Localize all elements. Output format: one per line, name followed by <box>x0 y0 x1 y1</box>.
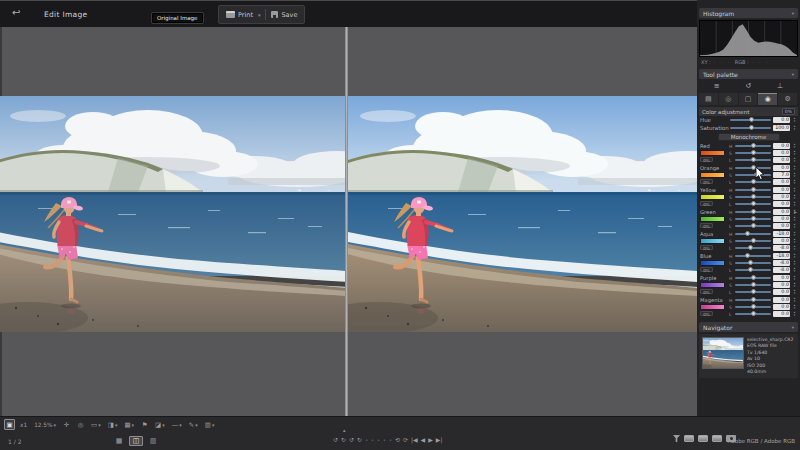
hue-slider[interactable] <box>730 119 771 121</box>
prev-image-button[interactable]: ◀ <box>421 436 426 443</box>
slider-thumb[interactable] <box>751 275 756 280</box>
tab-color[interactable]: ◉ <box>758 93 778 105</box>
actual-size-button[interactable]: x1 <box>18 419 29 430</box>
magenta-h-value-field[interactable]: 0.0 <box>773 297 790 303</box>
channel-swatch-yellow[interactable] <box>700 194 725 200</box>
saturation-value-field[interactable]: 100.0 <box>773 125 790 131</box>
slider-thumb[interactable] <box>751 216 756 221</box>
purple-l-value-field[interactable]: 0.0 <box>773 289 790 295</box>
orange-l-value-field[interactable]: 0.0 <box>773 179 790 185</box>
recipe-3-icon[interactable] <box>712 435 722 442</box>
histogram-collapse-icon[interactable]: ▾ <box>792 11 794 16</box>
crop-tool-icon[interactable]: ▭▾ <box>89 419 103 430</box>
sync-left-icon[interactable]: ⟲ <box>395 436 400 443</box>
first-image-button[interactable]: |◀ <box>411 436 418 443</box>
saturation-slider[interactable] <box>730 127 771 129</box>
slider-thumb[interactable] <box>751 209 756 214</box>
green-l-slider[interactable] <box>735 225 771 227</box>
navigator-collapse-icon[interactable]: ▾ <box>792 325 794 330</box>
zoom-level-dropdown[interactable]: 12.5%▾ <box>32 419 58 430</box>
channel-amount[interactable]: 0% <box>700 179 713 184</box>
channel-amount[interactable]: 0% <box>700 201 713 206</box>
slider-thumb[interactable] <box>745 253 750 258</box>
aqua-h-value-field[interactable]: -18.0 <box>773 231 790 237</box>
hue-stepper[interactable]: ▴▾ <box>792 117 797 123</box>
redo-icon[interactable]: ↻ <box>357 436 362 443</box>
navigator-header[interactable]: Navigator ▾ <box>699 322 798 332</box>
rating-dot-2[interactable]: • <box>371 437 374 443</box>
value-stepper[interactable]: ▴▾ <box>792 311 797 317</box>
green-l-value-field[interactable]: 0.0 <box>773 223 790 229</box>
tab-crop[interactable]: ▢ <box>739 93 759 105</box>
hue-value-field[interactable]: 0.0 <box>773 117 790 123</box>
slider-thumb[interactable] <box>751 194 756 199</box>
slider-thumb[interactable] <box>751 223 756 228</box>
yellow-l-value-field[interactable]: 0.0 <box>773 201 790 207</box>
orange-h-value-field[interactable]: 0.0 <box>773 165 790 171</box>
hue-slider-thumb[interactable] <box>749 117 754 122</box>
purple-s-slider[interactable] <box>735 284 771 286</box>
rotate-ccw-icon[interactable]: ↺ <box>333 436 338 443</box>
aqua-h-slider[interactable] <box>735 233 771 235</box>
slider-thumb[interactable] <box>751 157 756 162</box>
recipe-2-icon[interactable] <box>698 435 708 442</box>
loupe-tool-icon[interactable]: ◎ <box>75 419 86 430</box>
process-filter-icon[interactable] <box>673 435 680 442</box>
color-adjustment-header[interactable]: Color adjustment 0% <box>699 107 798 116</box>
tool-palette-collapse-icon[interactable]: ▾ <box>792 72 794 77</box>
print-dropdown-caret-icon[interactable]: ▾ <box>258 12 261 18</box>
saturation-slider-thumb[interactable] <box>749 125 754 130</box>
brush-tool-icon[interactable]: ✎▾ <box>187 419 200 430</box>
blue-h-value-field[interactable]: -18.0 <box>773 253 790 259</box>
slider-thumb[interactable] <box>751 304 756 309</box>
channel-swatch-green[interactable] <box>700 216 725 222</box>
green-s-slider[interactable] <box>735 218 771 220</box>
slider-thumb[interactable] <box>751 201 756 206</box>
save-button[interactable]: Save <box>271 11 297 19</box>
split-view-icon[interactable]: ▥▾ <box>203 419 217 430</box>
rotate-cw-icon[interactable]: ↻ <box>341 436 346 443</box>
slider-thumb[interactable] <box>751 143 756 148</box>
magenta-s-value-field[interactable]: 0.0 <box>773 304 790 310</box>
value-stepper[interactable]: ▴▾ <box>792 179 797 185</box>
magenta-l-value-field[interactable]: 0.0 <box>773 311 790 317</box>
purple-h-value-field[interactable]: 0.0 <box>773 275 790 281</box>
line-tool-icon[interactable]: ―▾ <box>170 419 184 430</box>
flag-tool-icon[interactable]: ⚑ <box>139 419 150 430</box>
purple-h-slider[interactable] <box>735 277 771 279</box>
monochrome-button[interactable]: Monochrome <box>718 133 780 141</box>
value-stepper[interactable]: ▴▾ <box>792 267 797 273</box>
rating-dot-3[interactable]: • <box>377 437 380 443</box>
purple-s-value-field[interactable]: 0.0 <box>773 282 790 288</box>
blue-s-slider[interactable] <box>735 262 771 264</box>
yellow-h-slider[interactable] <box>735 189 771 191</box>
orange-s-value-field[interactable]: 7.0 <box>773 172 790 178</box>
channel-amount[interactable]: 0% <box>700 289 713 294</box>
blue-l-slider[interactable] <box>735 269 771 271</box>
channel-swatch-red[interactable] <box>700 150 725 156</box>
channel-amount[interactable]: 0% <box>700 311 713 316</box>
green-s-value-field[interactable]: 0.0 <box>773 216 790 222</box>
channel-amount[interactable]: 0% <box>700 223 713 228</box>
slider-thumb[interactable] <box>751 311 756 316</box>
rating-dot-4[interactable]: • <box>383 437 386 443</box>
rating-dot-5[interactable]: • <box>389 437 392 443</box>
channel-amount[interactable]: 0% <box>700 267 713 272</box>
channel-swatch-purple[interactable] <box>700 282 725 288</box>
aqua-l-value-field[interactable]: -8.0 <box>773 245 790 251</box>
slider-thumb[interactable] <box>751 297 756 302</box>
yellow-s-value-field[interactable]: 0.0 <box>773 194 790 200</box>
slider-thumb[interactable] <box>751 187 756 192</box>
yellow-h-value-field[interactable]: 0.0 <box>773 187 790 193</box>
orange-s-slider[interactable] <box>735 174 771 176</box>
red-s-slider[interactable] <box>735 152 771 154</box>
reset-icon[interactable]: ↺ <box>745 82 751 90</box>
red-l-value-field[interactable]: 0.0 <box>773 157 790 163</box>
sync-right-icon[interactable]: ⟳ <box>403 436 408 443</box>
blue-s-value-field[interactable]: -8.0 <box>773 260 790 266</box>
blue-l-value-field[interactable]: -8.0 <box>773 267 790 273</box>
value-stepper[interactable]: ▴▾ <box>792 289 797 295</box>
magenta-l-slider[interactable] <box>735 313 771 315</box>
edited-image-view[interactable] <box>348 96 697 332</box>
channel-swatch-blue[interactable] <box>700 260 725 266</box>
